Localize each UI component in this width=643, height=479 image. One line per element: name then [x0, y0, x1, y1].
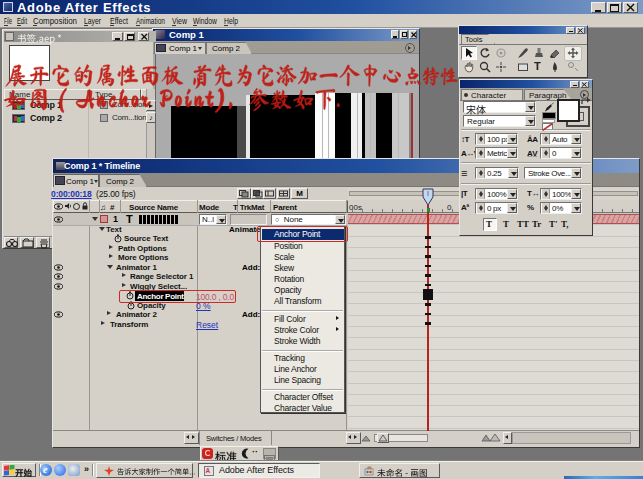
svg-text:Composition: Composition — [33, 15, 77, 26]
svg-text:Edit: Edit — [17, 15, 27, 26]
svg-text:Help: Help — [224, 15, 238, 26]
svg-text:View: View — [172, 15, 187, 26]
svg-text:Window: Window — [193, 15, 217, 26]
svg-text:Animation: Animation — [136, 15, 165, 26]
svg-text:Effect: Effect — [110, 15, 128, 26]
svg-text:File: File — [4, 15, 12, 26]
svg-text:Layer: Layer — [84, 15, 101, 26]
